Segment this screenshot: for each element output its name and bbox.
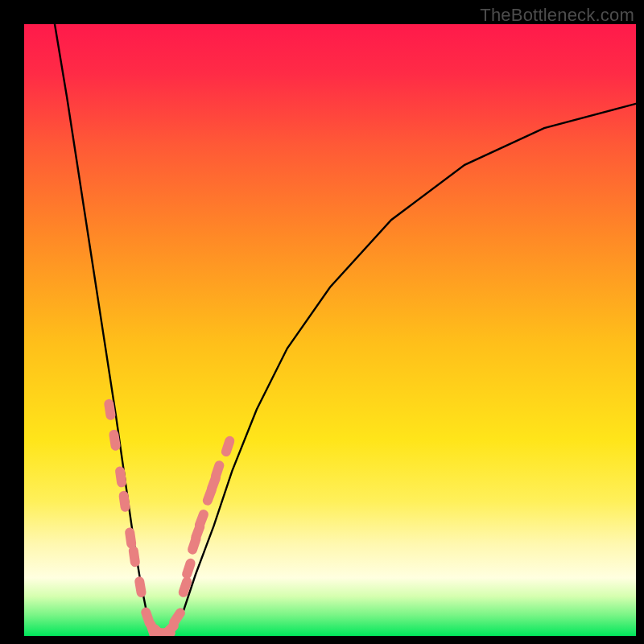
bottleneck-curve xyxy=(55,24,636,636)
curve-marker xyxy=(124,527,137,549)
curve-layer xyxy=(24,24,636,636)
curve-marker xyxy=(118,490,131,512)
curve-marker xyxy=(114,466,127,488)
chart-frame: TheBottleneck.com xyxy=(0,0,644,644)
curve-marker xyxy=(134,576,147,598)
watermark-text: TheBottleneck.com xyxy=(480,5,634,26)
curve-marker xyxy=(209,460,225,482)
curve-marker xyxy=(193,508,209,531)
curve-marker xyxy=(220,435,236,457)
plot-area xyxy=(24,24,636,636)
curve-marker xyxy=(128,545,141,567)
